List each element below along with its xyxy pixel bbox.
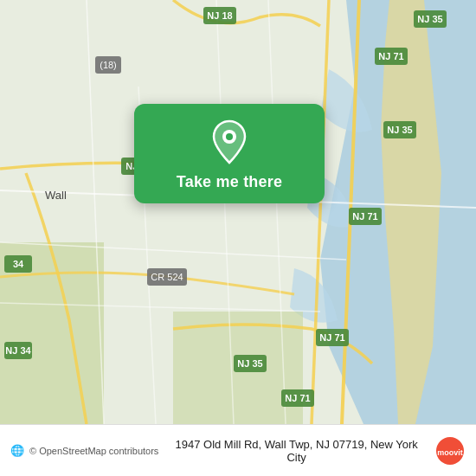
footer-right: moovit [434,435,466,466]
svg-text:moovit: moovit [437,448,463,457]
svg-text:NJ 71: NJ 71 [319,332,344,343]
svg-text:NJ 71: NJ 71 [352,211,377,222]
copyright-text: © OpenStreetMap contributors [29,446,158,456]
svg-text:NJ 35: NJ 35 [237,358,262,369]
map-container: NJ 35 NJ 18 NJ 71 NJ 35 NJ 138 (18) NJ 7… [0,0,476,424]
openstreetmap-icon: 🌐 [10,444,24,457]
svg-text:34: 34 [13,259,24,269]
svg-point-42 [226,133,233,140]
svg-text:Wall: Wall [45,189,67,202]
svg-text:NJ 35: NJ 35 [387,125,412,135]
footer-left: 🌐 © OpenStreetMap contributors [10,444,158,457]
map-svg: NJ 35 NJ 18 NJ 71 NJ 35 NJ 138 (18) NJ 7… [0,0,476,424]
svg-text:NJ 18: NJ 18 [207,10,232,21]
svg-text:NJ 71: NJ 71 [378,51,403,61]
svg-text:NJ 71: NJ 71 [285,393,310,403]
svg-text:(18): (18) [100,60,117,70]
svg-text:CR 524: CR 524 [151,272,183,282]
footer-address: 1947 Old Mill Rd, Wall Twp, NJ 07719, Ne… [165,438,428,464]
footer-bar: 🌐 © OpenStreetMap contributors 1947 Old … [0,424,476,476]
location-card[interactable]: Take me there [134,104,325,203]
location-pin-icon [209,119,249,164]
take-me-there-button[interactable]: Take me there [177,173,282,191]
svg-text:NJ 35: NJ 35 [417,14,442,24]
moovit-logo-icon: moovit [434,435,466,466]
svg-text:NJ 34: NJ 34 [5,345,31,356]
